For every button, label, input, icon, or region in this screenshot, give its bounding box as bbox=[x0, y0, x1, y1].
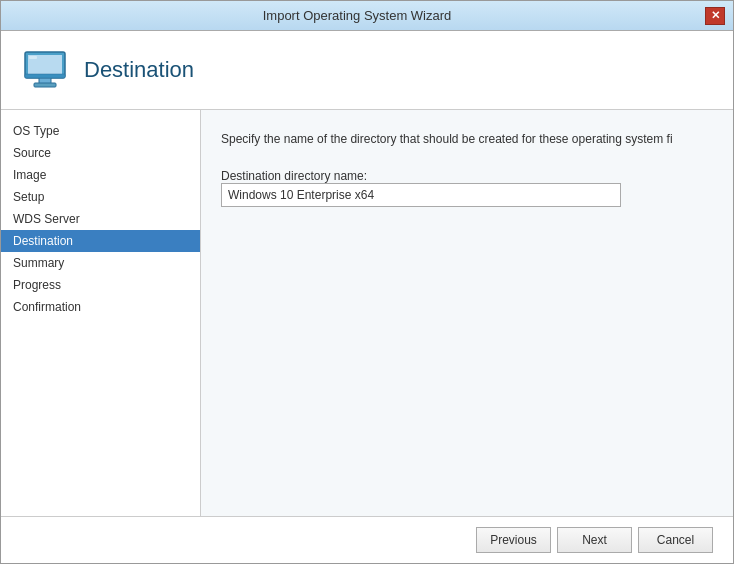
cancel-button[interactable]: Cancel bbox=[638, 527, 713, 553]
header-area: Destination bbox=[1, 31, 733, 110]
sidebar-item-confirmation[interactable]: Confirmation bbox=[1, 296, 200, 318]
footer-area: Previous Next Cancel bbox=[1, 516, 733, 563]
svg-rect-5 bbox=[25, 74, 65, 78]
sidebar-item-destination[interactable]: Destination bbox=[1, 230, 200, 252]
sidebar-item-os-type[interactable]: OS Type bbox=[1, 120, 200, 142]
previous-button[interactable]: Previous bbox=[476, 527, 551, 553]
title-bar-controls: ✕ bbox=[705, 7, 725, 25]
close-button[interactable]: ✕ bbox=[705, 7, 725, 25]
content-area: OS TypeSourceImageSetupWDS ServerDestina… bbox=[1, 110, 733, 516]
title-bar: Import Operating System Wizard ✕ bbox=[1, 1, 733, 31]
field-label: Destination directory name: bbox=[221, 169, 367, 183]
header-title: Destination bbox=[84, 57, 194, 83]
sidebar-item-setup[interactable]: Setup bbox=[1, 186, 200, 208]
sidebar-item-progress[interactable]: Progress bbox=[1, 274, 200, 296]
window-title: Import Operating System Wizard bbox=[9, 8, 705, 23]
main-content: Specify the name of the directory that s… bbox=[201, 110, 733, 516]
field-group: Destination directory name: bbox=[221, 168, 713, 207]
sidebar-item-source[interactable]: Source bbox=[1, 142, 200, 164]
sidebar-item-wds-server[interactable]: WDS Server bbox=[1, 208, 200, 230]
sidebar: OS TypeSourceImageSetupWDS ServerDestina… bbox=[1, 110, 201, 516]
computer-icon bbox=[21, 46, 69, 94]
svg-rect-4 bbox=[29, 56, 37, 59]
description-text: Specify the name of the directory that s… bbox=[221, 130, 713, 148]
sidebar-item-summary[interactable]: Summary bbox=[1, 252, 200, 274]
next-button[interactable]: Next bbox=[557, 527, 632, 553]
svg-rect-3 bbox=[34, 83, 56, 87]
sidebar-item-image[interactable]: Image bbox=[1, 164, 200, 186]
wizard-window: Import Operating System Wizard ✕ Destina… bbox=[0, 0, 734, 564]
destination-directory-input[interactable] bbox=[221, 183, 621, 207]
